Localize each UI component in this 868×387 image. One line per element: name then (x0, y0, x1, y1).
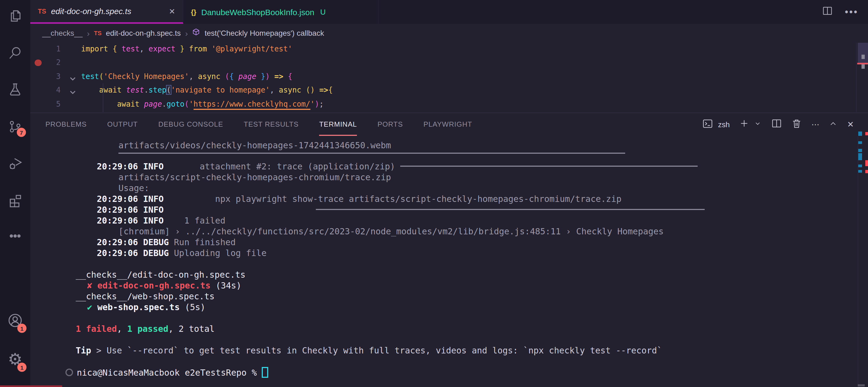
accounts-badge: 1 (17, 324, 27, 333)
overview-mark-info (858, 157, 862, 160)
overview-mark-info (858, 149, 862, 152)
overview-mark-info (858, 131, 862, 136)
minimap-border (856, 43, 857, 112)
overview-mark-info (858, 170, 862, 173)
line-number[interactable]: 1 (30, 42, 61, 56)
code-editor: __checks__ › TS edit-doc-on-gh.spec.ts ›… (30, 24, 868, 113)
breadcrumb[interactable]: __checks__ › TS edit-doc-on-gh.spec.ts ›… (30, 24, 868, 42)
run-debug-icon[interactable] (0, 148, 30, 179)
settings-badge: 1 (17, 363, 27, 372)
code-line[interactable]: 4 await test.step('navigate to homepage'… (30, 83, 868, 97)
tab-danube-webshop-json[interactable]: {} DanubeWebShopBookInfo.json U (183, 0, 378, 24)
extensions-icon[interactable] (0, 185, 30, 215)
terminal-line: 20:29:06 DEBUG Uploading log file (97, 248, 267, 259)
code-area[interactable]: 1import { test, expect } from '@playwrig… (30, 42, 868, 111)
breadcrumb-folder[interactable]: __checks__ (42, 29, 83, 37)
terminal-line: Tip > Use `--record` to get test results… (76, 345, 662, 356)
terminal-line: [chromium] › ../../checkly/functions/src… (118, 226, 663, 237)
terminal-line: 20:29:06 INFO (97, 205, 704, 215)
code-line[interactable]: 5 await page.goto('https://www.checklyhq… (30, 97, 868, 111)
breadcrumb-file[interactable]: edit-doc-on-gh.spec.ts (106, 29, 181, 37)
indent-guide (103, 83, 103, 112)
terminal-line: __checks__/edit-doc-on-gh.spec.ts (76, 270, 246, 280)
command-decoration-icon (65, 368, 73, 376)
terminal-line: 1 failed, 1 passed, 2 total (76, 324, 215, 334)
close-tab-icon[interactable]: ✕ (169, 7, 175, 16)
search-icon[interactable] (0, 38, 30, 68)
terminal-separator (118, 152, 625, 153)
minimap-breakpoint-mark (857, 63, 868, 64)
activity-bar: 7 1 ⚙ 1 (0, 0, 30, 387)
overview-mark-error (865, 170, 868, 173)
code-line[interactable]: 3test('Checkly Homepages', async ({ page… (30, 70, 868, 84)
terminal-line: 20:29:06 INFO 1 failed (97, 215, 225, 226)
terminal-line: Usage: (118, 183, 149, 194)
terminal-line: artifacts/script-checkly-homepages-chrom… (118, 172, 391, 183)
source-control-icon[interactable]: 7 (0, 112, 30, 142)
breadcrumb-symbol[interactable]: test('Checkly Homepages') callback (205, 29, 324, 37)
terminal-line: ✘ edit-doc-on-gh.spec.ts (34s) (87, 280, 242, 291)
explorer-icon[interactable] (0, 1, 30, 31)
overview-mark-info (858, 165, 862, 167)
line-number[interactable]: 4 (30, 83, 61, 97)
accounts-icon[interactable]: 1 (0, 305, 30, 335)
editor-tab-bar: TS edit-doc-on-gh.spec.ts ✕ {} DanubeWeb… (30, 0, 868, 24)
test-flask-icon[interactable] (0, 75, 30, 105)
terminal-line: 20:29:06 INFO npx playwright show-trace … (97, 194, 621, 205)
terminal-line: ✔ web-shop.spec.ts (5s) (87, 302, 206, 313)
breakpoint-icon[interactable] (35, 60, 41, 66)
terminal-line (118, 148, 625, 159)
typescript-file-icon: TS (38, 7, 46, 15)
terminal-line: nica@NicasMeaMacbook e2eTestsRepo % (65, 367, 269, 378)
terminal-separator (316, 209, 704, 210)
status-strip (0, 385, 62, 387)
tab-label: edit-doc-on-gh.spec.ts (51, 6, 131, 16)
editor-more-actions-icon[interactable]: ••• (845, 6, 858, 18)
overview-mark-error (865, 132, 868, 135)
code-line[interactable]: 1import { test, expect } from '@playwrig… (30, 42, 868, 56)
overview-mark-info (858, 153, 862, 157)
bottom-panel: PROBLEMSOUTPUTDEBUG CONSOLETEST RESULTST… (30, 113, 868, 387)
split-editor-icon[interactable] (822, 5, 833, 19)
scrollbar-track[interactable] (858, 137, 858, 384)
line-number[interactable]: 5 (30, 97, 61, 111)
tab-label: DanubeWebShopBookInfo.json (201, 7, 314, 17)
terminal-separator (400, 166, 698, 167)
breadcrumb-separator-icon: › (185, 28, 188, 38)
settings-gear-icon[interactable]: ⚙ 1 (0, 344, 30, 375)
code-line[interactable]: 2 (30, 56, 868, 70)
minimap-code-mark (862, 64, 865, 68)
more-views-icon[interactable] (0, 221, 30, 251)
terminal-line: 20:29:06 DEBUG Run finished (97, 237, 236, 248)
symbol-cube-icon (192, 28, 200, 38)
tab-edit-doc-on-gh-spec[interactable]: TS edit-doc-on-gh.spec.ts ✕ (30, 0, 183, 24)
terminal-output[interactable]: artifacts/videos/checkly-homepages-17424… (30, 113, 868, 387)
json-file-icon: {} (191, 8, 196, 16)
line-number[interactable]: 3 (30, 70, 61, 84)
overview-mark-error (865, 160, 868, 166)
minimap-slider[interactable] (858, 43, 868, 63)
minimap-code-mark (862, 55, 865, 59)
horizontal-scrollbar[interactable] (858, 384, 865, 386)
terminal-line: 20:29:06 INFO attachment #2: trace (appl… (97, 161, 698, 172)
breadcrumb-separator-icon: › (87, 28, 90, 38)
vscode-window: 7 1 ⚙ 1 (0, 0, 868, 387)
overview-mark-info (858, 141, 862, 144)
terminal-line: __checks__/web-shop.spec.ts (76, 291, 215, 302)
scm-badge: 7 (17, 128, 26, 137)
untracked-badge: U (320, 7, 326, 16)
typescript-file-icon: TS (94, 30, 101, 36)
terminal-cursor (262, 367, 269, 378)
